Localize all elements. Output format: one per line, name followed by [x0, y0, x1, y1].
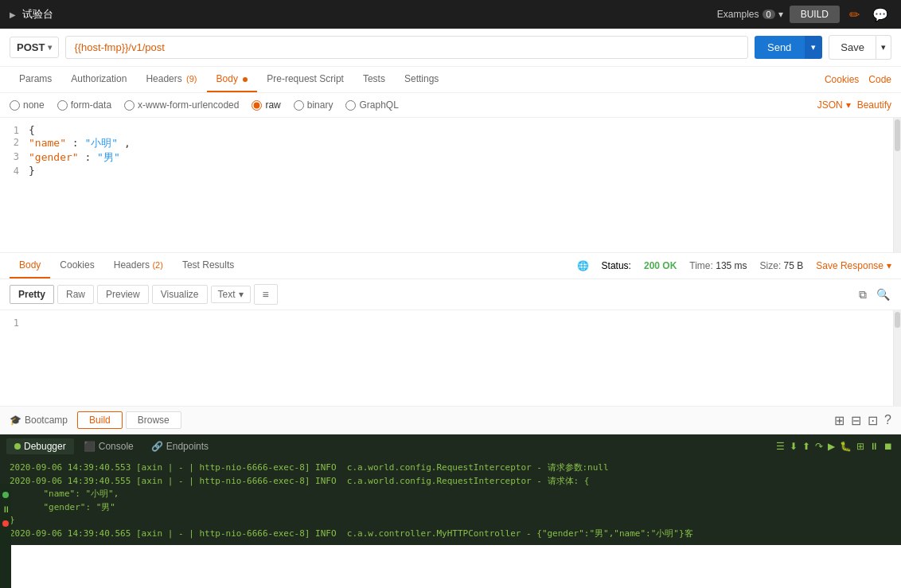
code-editor: 1 { 2 "name" : "小明" , 3 "gender" : "男" 4… — [0, 118, 901, 253]
save-response-button[interactable]: Save Response ▾ — [816, 260, 891, 271]
bootcamp-icon: 🎓 — [10, 415, 21, 426]
pause-indicator: ⏸ — [2, 504, 10, 514]
log-line-5: } — [10, 514, 891, 528]
log-line-4: "gender": "男" — [10, 501, 891, 515]
console-bar: Debugger ⬛ Console 🔗 Endpoints ☰ ⬇ ⬆ ↷ ▶… — [0, 434, 901, 458]
play-icon[interactable]: ▶ — [826, 439, 837, 454]
resp-tab-cookies[interactable]: Cookies — [50, 253, 103, 278]
view-visualize-button[interactable]: Visualize — [152, 285, 208, 304]
tab-params[interactable]: Params — [10, 67, 61, 92]
option-raw[interactable]: raw — [252, 99, 280, 111]
option-x-www-form-urlencoded[interactable]: x-www-form-urlencoded — [124, 99, 239, 111]
console-tab[interactable]: ⬛ Console — [76, 438, 142, 454]
side-panel: ⏸ — [0, 484, 11, 588]
examples-label: Examples — [717, 9, 759, 20]
code-line-2: 2 "name" : "小明" , — [0, 136, 901, 150]
response-body: 1 — [0, 310, 901, 406]
resp-tab-headers[interactable]: Headers (2) — [104, 253, 173, 278]
method-select[interactable]: POST ▾ — [10, 37, 59, 58]
tab-settings[interactable]: Settings — [395, 67, 448, 92]
save-button[interactable]: Save — [829, 35, 876, 60]
cookies-link[interactable]: Cookies — [825, 74, 859, 85]
bug-icon[interactable]: 🐛 — [838, 439, 853, 454]
tab-tests[interactable]: Tests — [353, 67, 395, 92]
beautify-button[interactable]: Beautify — [857, 99, 891, 111]
step-down-icon[interactable]: ⬇ — [788, 439, 799, 454]
tab-headers[interactable]: Headers (9) — [136, 67, 206, 92]
method-label: POST — [17, 41, 45, 53]
copy-icon[interactable]: ⧉ — [857, 286, 868, 303]
status-label: Status: — [602, 260, 631, 271]
bootcamp-build-tab[interactable]: Build — [77, 411, 123, 429]
send-button[interactable]: Send — [755, 36, 804, 59]
option-binary[interactable]: binary — [294, 99, 333, 111]
code-line-1: 1 { — [0, 124, 901, 136]
globe-icon: 🌐 — [577, 260, 589, 271]
code-line-4: 4 } — [0, 165, 901, 177]
layout-icon[interactable]: ⊡ — [868, 413, 878, 428]
log-line-2: 2020-09-06 14:39:40.555 [axin | - | http… — [10, 475, 891, 489]
tab-body[interactable]: Body — [207, 67, 258, 92]
filter-button[interactable]: ≡ — [254, 284, 278, 305]
tab-pre-request-script[interactable]: Pre-request Script — [257, 67, 353, 92]
endpoints-tab[interactable]: 🔗 Endpoints — [143, 438, 216, 454]
response-scrollbar — [893, 310, 901, 406]
url-input[interactable] — [65, 36, 748, 59]
menu-icon[interactable]: ☰ — [774, 439, 786, 454]
log-line-3: "name": "小明", — [10, 488, 891, 501]
tab-authorization[interactable]: Authorization — [61, 67, 136, 92]
help-icon[interactable]: ? — [884, 413, 891, 428]
stop-icon[interactable]: ⏹ — [882, 439, 895, 454]
response-format-label: Text — [218, 289, 236, 300]
build-button[interactable]: BUILD — [790, 6, 840, 23]
grid2-icon[interactable]: ⊞ — [855, 439, 866, 454]
resp-scrollbar-thumb[interactable] — [895, 312, 900, 328]
option-graphql[interactable]: GraphQL — [345, 99, 398, 111]
chevron-down-icon: ▾ — [887, 260, 891, 271]
size-label: Size: 75 B — [760, 260, 804, 271]
debugger-tab[interactable]: Debugger — [6, 438, 74, 454]
log-line-6: 2020-09-06 14:39:40.565 [axin | - | http… — [10, 528, 891, 541]
green-dot-icon — [14, 443, 21, 450]
format-label: JSON — [817, 99, 843, 111]
option-form-data[interactable]: form-data — [57, 99, 111, 111]
pause-icon[interactable]: ⏸ — [868, 439, 880, 454]
option-none[interactable]: none — [10, 99, 45, 111]
size-value: 75 B — [784, 260, 804, 271]
chevron-down-icon: ▾ — [48, 43, 52, 52]
body-options: none form-data x-www-form-urlencoded raw… — [0, 93, 901, 118]
top-bar: ▶ 试验台 Examples 0 ▾ BUILD ✏ 💬 — [0, 0, 901, 29]
response-format-select[interactable]: Text ▾ — [211, 286, 251, 303]
step-up-icon[interactable]: ⬆ — [801, 439, 812, 454]
scrollbar-thumb[interactable] — [895, 119, 900, 151]
bootcamp-browse-tab[interactable]: Browse — [126, 411, 181, 429]
resp-tab-body[interactable]: Body — [10, 253, 50, 278]
response-toolbar: Pretty Raw Preview Visualize Text ▾ ≡ ⧉ … — [0, 279, 901, 310]
chevron-down-icon: ▾ — [239, 289, 244, 300]
save-dropdown-button[interactable]: ▾ — [876, 35, 891, 60]
bootcamp-label: 🎓 Bootcamp — [10, 415, 68, 426]
red-indicator — [2, 520, 9, 527]
arrow-icon: ▶ — [10, 10, 16, 19]
time-label: Time: 135 ms — [689, 260, 747, 271]
step-over-icon[interactable]: ↷ — [813, 439, 825, 454]
url-bar: POST ▾ Send ▾ Save ▾ — [0, 29, 901, 67]
view-pretty-button[interactable]: Pretty — [10, 285, 54, 304]
resp-tab-test-results[interactable]: Test Results — [173, 253, 244, 278]
split-icon[interactable]: ⊟ — [851, 413, 861, 428]
response-tabs-bar: Body Cookies Headers (2) Test Results 🌐 … — [0, 253, 901, 279]
code-link[interactable]: Code — [868, 74, 891, 85]
edit-icon[interactable]: ✏ — [846, 6, 863, 24]
format-select[interactable]: JSON ▾ — [817, 99, 851, 111]
send-dropdown-button[interactable]: ▾ — [804, 36, 822, 59]
chevron-down-icon: ▾ — [846, 99, 851, 111]
grid-icon[interactable]: ⊞ — [834, 413, 844, 428]
green-indicator — [2, 492, 9, 498]
view-raw-button[interactable]: Raw — [57, 285, 94, 304]
comment-icon[interactable]: 💬 — [869, 6, 891, 24]
view-preview-button[interactable]: Preview — [97, 285, 149, 304]
log-line-1: 2020-09-06 14:39:40.553 [axin | - | http… — [10, 461, 891, 475]
search-icon[interactable]: 🔍 — [875, 286, 891, 302]
examples-button[interactable]: Examples 0 ▾ — [717, 9, 783, 20]
bootcamp-bar: 🎓 Bootcamp Build Browse ⊞ ⊟ ⊡ ? — [0, 406, 901, 434]
